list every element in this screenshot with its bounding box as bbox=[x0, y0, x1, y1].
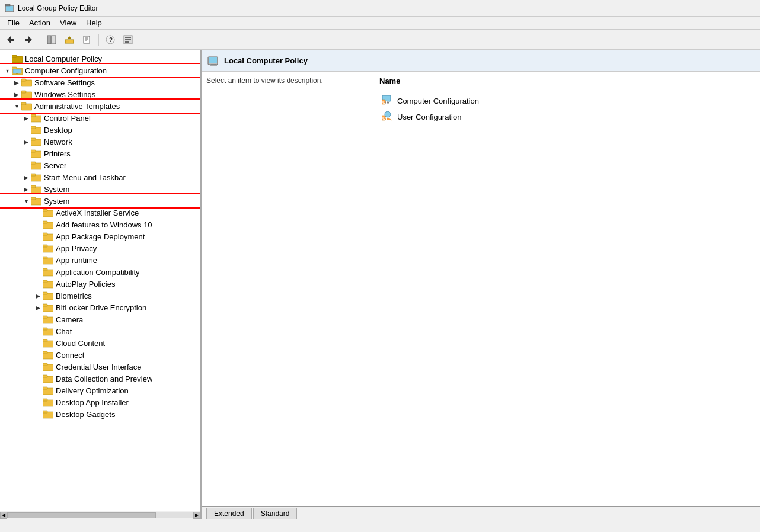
tree-item-activex[interactable]: ActiveX Installer Service bbox=[0, 207, 200, 219]
svg-rect-42 bbox=[31, 174, 36, 176]
tab-standard[interactable]: Standard bbox=[253, 508, 298, 519]
tree-item-network[interactable]: ▶ Network bbox=[0, 136, 200, 148]
tree-item-app-runtime[interactable]: App runtime bbox=[0, 254, 200, 266]
tree-item-desktop-gadgets[interactable]: Desktop Gadgets bbox=[0, 408, 200, 420]
svg-text:GP: GP bbox=[382, 100, 388, 104]
tree-item-start-menu[interactable]: ▶ Start Menu and Taskbar bbox=[0, 171, 200, 183]
desktop-gadgets-label: Desktop Gadgets bbox=[56, 410, 115, 419]
help-button[interactable]: ? bbox=[102, 32, 119, 47]
tree-item-software-settings[interactable]: ▶ Software Settings bbox=[0, 76, 200, 88]
tree-item-windows-settings[interactable]: ▶ Windows Settings bbox=[0, 88, 200, 100]
h-scrollbar[interactable]: ◀ ▶ bbox=[0, 511, 200, 519]
tree-item-windows-components[interactable]: ▾ System bbox=[0, 195, 200, 207]
tree-item-connect[interactable]: Connect bbox=[0, 349, 200, 361]
tree-item-delivery-opt[interactable]: Delivery Optimization bbox=[0, 384, 200, 396]
tree-item-autoplay[interactable]: AutoPlay Policies bbox=[0, 278, 200, 290]
tree-item-desktop-app[interactable]: Desktop App Installer bbox=[0, 396, 200, 408]
svg-marker-3 bbox=[7, 36, 14, 43]
list-entry-user-config[interactable]: GP User Configuration bbox=[379, 109, 755, 125]
list-header: Name bbox=[379, 76, 755, 88]
tree-item-control-panel[interactable]: ▶ Control Panel bbox=[0, 112, 200, 124]
svg-rect-68 bbox=[43, 328, 47, 330]
computer-config-folder-icon bbox=[12, 66, 23, 75]
user-config-list-label: User Configuration bbox=[397, 113, 461, 121]
svg-rect-34 bbox=[31, 126, 36, 129]
tree-item-computer-configuration[interactable]: ▾ Computer Configuration bbox=[0, 65, 200, 76]
menu-help[interactable]: Help bbox=[81, 17, 107, 28]
expander-windows-settings: ▶ bbox=[12, 91, 21, 98]
forward-button[interactable] bbox=[20, 32, 37, 47]
connect-icon bbox=[43, 350, 53, 360]
delivery-opt-icon bbox=[43, 386, 53, 395]
scroll-thumb[interactable] bbox=[7, 512, 156, 518]
menu-file[interactable]: File bbox=[2, 17, 24, 28]
data-collection-label: Data Collection and Preview bbox=[56, 374, 152, 383]
camera-icon bbox=[43, 315, 53, 324]
menu-bar: File Action View Help bbox=[0, 17, 760, 30]
tree-item-root[interactable]: Local Computer Policy bbox=[0, 53, 200, 65]
svg-rect-2 bbox=[5, 4, 10, 6]
windows-components-icon bbox=[31, 196, 41, 206]
app-runtime-label: App runtime bbox=[56, 256, 97, 265]
root-icon bbox=[12, 54, 23, 63]
tree-item-credential-ui[interactable]: Credential User Interface bbox=[0, 361, 200, 373]
tree-item-desktop[interactable]: Desktop bbox=[0, 124, 200, 136]
svg-rect-50 bbox=[43, 221, 47, 223]
tree-item-server[interactable]: Server bbox=[0, 159, 200, 171]
start-menu-label: Start Menu and Taskbar bbox=[44, 173, 126, 182]
svg-rect-16 bbox=[125, 37, 131, 38]
tree-item-biometrics[interactable]: ▶ Biometrics bbox=[0, 290, 200, 302]
export-list-button[interactable] bbox=[79, 32, 95, 47]
tree-item-camera[interactable]: Camera bbox=[0, 313, 200, 325]
svg-rect-24 bbox=[16, 73, 18, 74]
scroll-track[interactable] bbox=[7, 512, 193, 518]
tree-item-add-features[interactable]: Add features to Windows 10 bbox=[0, 219, 200, 230]
tree-item-app-package[interactable]: App Package Deployment bbox=[0, 230, 200, 242]
printers-icon bbox=[31, 149, 41, 158]
expander-windows-components: ▾ bbox=[21, 198, 31, 204]
svg-rect-5 bbox=[47, 36, 51, 44]
svg-rect-74 bbox=[43, 363, 47, 366]
app-compat-label: Application Compatibility bbox=[56, 268, 140, 277]
tree-item-app-compat[interactable]: Application Compatibility bbox=[0, 266, 200, 278]
tree-item-app-privacy[interactable]: App Privacy bbox=[0, 242, 200, 254]
svg-rect-82 bbox=[43, 411, 47, 413]
server-label: Server bbox=[44, 161, 66, 170]
back-button[interactable] bbox=[2, 32, 19, 47]
printers-label: Printers bbox=[44, 149, 71, 158]
scroll-right-button[interactable]: ▶ bbox=[193, 512, 200, 519]
list-entry-computer-config[interactable]: GP Computer Configuration bbox=[379, 93, 755, 109]
panel-header-icon bbox=[207, 55, 219, 67]
tree-item-bitlocker[interactable]: ▶ BitLocker Drive Encryption bbox=[0, 302, 200, 313]
expander-software: ▶ bbox=[12, 79, 21, 86]
tree-item-chat[interactable]: Chat bbox=[0, 325, 200, 337]
menu-action[interactable]: Action bbox=[24, 17, 55, 28]
tree-item-system[interactable]: ▶ System bbox=[0, 183, 200, 195]
svg-rect-64 bbox=[43, 304, 47, 306]
start-menu-icon bbox=[31, 172, 41, 182]
svg-rect-26 bbox=[21, 79, 26, 81]
app-privacy-label: App Privacy bbox=[56, 244, 97, 253]
up-one-level-button[interactable] bbox=[61, 32, 78, 47]
svg-rect-70 bbox=[43, 339, 47, 342]
menu-view[interactable]: View bbox=[55, 17, 81, 28]
toolbar: ? bbox=[0, 30, 760, 50]
svg-rect-7 bbox=[65, 40, 74, 43]
main-layout: Local Computer Policy ▾ Computer Configu… bbox=[0, 50, 760, 519]
svg-rect-46 bbox=[31, 197, 36, 200]
expander-start-menu: ▶ bbox=[21, 174, 31, 181]
scroll-left-button[interactable]: ◀ bbox=[0, 512, 7, 519]
tree-item-admin-templates[interactable]: ▾ Administrative Templates bbox=[0, 100, 200, 112]
show-hide-console-tree-button[interactable] bbox=[43, 32, 60, 47]
tab-extended[interactable]: Extended bbox=[206, 508, 252, 519]
activex-icon bbox=[43, 208, 53, 217]
tree-item-data-collection[interactable]: Data Collection and Preview bbox=[0, 373, 200, 384]
properties-button[interactable] bbox=[120, 32, 136, 47]
svg-rect-1 bbox=[6, 6, 13, 11]
tree-item-printers[interactable]: Printers bbox=[0, 148, 200, 159]
tree-item-cloud-content[interactable]: Cloud Content bbox=[0, 337, 200, 349]
svg-rect-32 bbox=[31, 114, 36, 117]
network-icon bbox=[31, 137, 41, 146]
software-settings-icon bbox=[21, 78, 32, 87]
admin-templates-icon bbox=[21, 101, 32, 111]
